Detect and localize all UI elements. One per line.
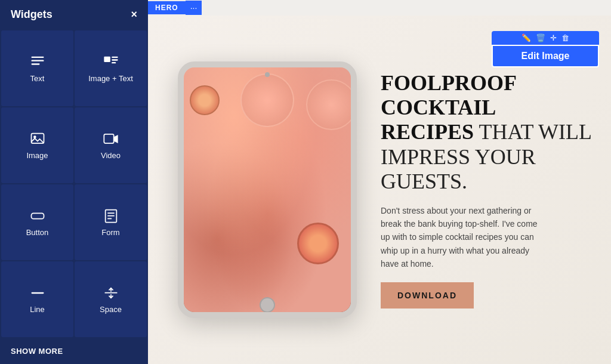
button-widget-icon (29, 208, 46, 224)
tablet-frame (178, 61, 357, 318)
image-widget-icon (29, 131, 46, 147)
widget-image[interactable]: Image (1, 107, 73, 183)
svg-rect-3 (104, 57, 110, 62)
svg-rect-15 (31, 292, 44, 294)
widget-button[interactable]: Button (1, 184, 73, 260)
content-area: ✏️ 🗑️ ✛ 🗑 Edit Image FOOLPROOF COCKTAIL … (148, 16, 611, 364)
edit-trash-icon[interactable]: 🗑 (561, 33, 569, 42)
svg-rect-4 (112, 57, 118, 58)
widget-space-label: Space (100, 305, 122, 314)
tablet-section (166, 27, 369, 352)
svg-rect-17 (104, 292, 117, 294)
hero-options-button[interactable]: ··· (186, 1, 202, 15)
grapefruit-slice-2 (190, 85, 220, 115)
svg-rect-12 (107, 212, 115, 214)
tablet-home-button (260, 297, 275, 313)
show-more-button[interactable]: SHOW MORE (0, 338, 148, 364)
download-button[interactable]: DOWNLOAD (381, 282, 474, 309)
edit-image-overlay: ✏️ 🗑️ ✛ 🗑 Edit Image (492, 31, 599, 67)
sidebar-close-button[interactable]: × (131, 8, 137, 21)
svg-rect-13 (107, 215, 115, 217)
svg-rect-14 (107, 218, 112, 220)
main-content: HERO ··· (148, 0, 611, 364)
widget-image-text-label: Image + Text (88, 74, 133, 83)
widgets-grid: Text Image + Text (0, 29, 148, 338)
edit-copy-icon[interactable]: 🗑️ (536, 33, 545, 42)
svg-rect-5 (112, 59, 118, 60)
video-widget-icon (103, 131, 119, 147)
cocktail-glass-1 (240, 73, 294, 127)
widget-space[interactable]: Space (75, 261, 147, 337)
line-widget-icon (29, 285, 46, 301)
widget-form-label: Form (101, 228, 119, 237)
tablet-screen (184, 67, 351, 312)
edit-move-icon[interactable]: ✛ (550, 33, 557, 42)
hero-label: HERO (148, 1, 186, 14)
tablet-wrapper (178, 61, 357, 318)
widget-button-label: Button (26, 228, 49, 237)
widget-form[interactable]: Form (75, 184, 147, 260)
image-text-widget-icon (103, 54, 119, 70)
edit-image-toolbar: ✏️ 🗑️ ✛ 🗑 (492, 31, 599, 45)
form-widget-icon (103, 208, 119, 224)
hero-bar: HERO ··· (148, 0, 611, 16)
widget-line-label: Line (30, 305, 45, 314)
widget-image-text[interactable]: Image + Text (75, 30, 147, 106)
widget-image-label: Image (26, 151, 48, 160)
svg-rect-2 (31, 63, 39, 64)
svg-rect-9 (104, 134, 113, 143)
svg-rect-10 (31, 213, 44, 218)
grapefruit-slice-1 (297, 223, 339, 264)
widget-line[interactable]: Line (1, 261, 73, 337)
text-widget-icon (29, 54, 46, 70)
svg-rect-6 (112, 62, 116, 63)
edit-pencil-icon[interactable]: ✏️ (521, 33, 531, 42)
sidebar-title: Widgets (11, 8, 53, 21)
cocktail-glass-2 (306, 79, 351, 130)
text-section: FOOLPROOF COCKTAIL RECIPES THAT WILL IMP… (369, 71, 593, 309)
widget-video-label: Video (101, 151, 121, 160)
widget-video[interactable]: Video (75, 107, 147, 183)
hero-headline: FOOLPROOF COCKTAIL RECIPES THAT WILL IMP… (381, 71, 593, 195)
sidebar: Widgets × Text Image + Text (0, 0, 148, 364)
hero-subtext: Don't stress about your next gathering o… (381, 204, 548, 271)
svg-rect-0 (31, 57, 44, 58)
space-widget-icon (103, 285, 119, 301)
sidebar-header: Widgets × (0, 0, 148, 29)
svg-rect-1 (31, 60, 44, 61)
widget-text-label: Text (30, 74, 45, 83)
edit-image-button[interactable]: Edit Image (492, 45, 599, 67)
widget-text[interactable]: Text (1, 30, 73, 106)
tablet-camera (265, 72, 270, 77)
